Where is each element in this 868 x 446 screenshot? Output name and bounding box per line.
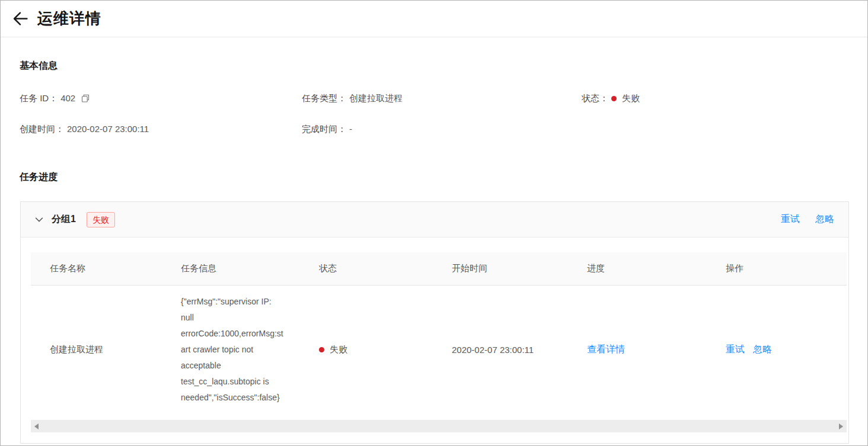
collapse-toggle[interactable]	[35, 217, 43, 223]
column-header-task-name: 任务名称	[31, 263, 162, 274]
status-indicator: 失败	[319, 344, 347, 355]
group-status-badge: 失败	[87, 212, 115, 227]
table-row: 创建拉取进程 {"errMsg":"supervisor IP: null er…	[31, 285, 847, 414]
column-header-progress: 进度	[568, 263, 707, 274]
field-value: -	[349, 123, 352, 135]
task-info-line: needed","isSuccess":false}	[181, 390, 300, 406]
field-task-id: 任务 ID： 402	[20, 92, 302, 104]
column-header-task-info: 任务信息	[162, 263, 300, 274]
main-content: 基本信息 任务 ID： 402 任务类型： 创建拉取进程 状态：	[1, 37, 867, 444]
field-finish-time: 完成时间： -	[302, 123, 582, 135]
status-dot-icon	[319, 347, 324, 352]
column-header-status: 状态	[300, 263, 433, 274]
scrollbar-right-arrow-icon[interactable]	[839, 423, 843, 429]
task-info-line: {"errMsg":"supervisor IP:	[181, 294, 300, 310]
basic-info-title: 基本信息	[20, 60, 848, 72]
group-actions: 重试 忽略	[781, 213, 834, 226]
group-retry-button[interactable]: 重试	[781, 213, 800, 226]
arrow-left-icon	[12, 11, 28, 27]
copy-icon[interactable]	[81, 94, 90, 103]
row-actions: 重试 忽略	[726, 344, 847, 356]
status-badge: 失败	[622, 92, 640, 104]
page-header: 运维详情	[1, 1, 867, 37]
task-info-message: {"errMsg":"supervisor IP: null errorCode…	[181, 294, 300, 406]
field-label: 任务类型：	[302, 92, 346, 104]
back-button[interactable]	[10, 9, 30, 29]
field-label: 任务 ID：	[20, 92, 58, 104]
task-info-line: null	[181, 310, 300, 326]
task-info-line: errorCode:1000,errorMsg:st	[181, 326, 300, 342]
chevron-down-icon	[35, 217, 43, 223]
task-info-line: test_cc_laqu.subtopic is	[181, 374, 300, 390]
column-header-start-time: 开始时间	[433, 263, 568, 274]
task-progress-title: 任务进度	[20, 171, 848, 184]
group-panel-header: 分组1 失败 重试 忽略	[21, 202, 848, 238]
row-retry-button[interactable]: 重试	[726, 344, 745, 356]
field-value: 创建拉取进程	[349, 92, 403, 104]
field-value: 402	[60, 92, 75, 104]
table-header-row: 任务名称 任务信息 状态 开始时间 进度 操作	[31, 252, 847, 285]
status-dot-icon	[611, 96, 617, 101]
task-table: 任务名称 任务信息 状态 开始时间 进度 操作 创建拉取进程 {"errMsg"…	[31, 252, 847, 414]
page-title: 运维详情	[37, 8, 101, 29]
field-create-time: 创建时间： 2020-02-07 23:00:11	[20, 123, 302, 135]
group-ignore-button[interactable]: 忽略	[815, 213, 834, 226]
column-header-operation: 操作	[707, 263, 847, 274]
cell-start-time: 2020-02-07 23:00:11	[433, 345, 568, 355]
scrollbar-left-arrow-icon[interactable]	[34, 423, 39, 429]
page: 运维详情 基本信息 任务 ID： 402 任务类型： 创建拉取进程 状态	[0, 0, 868, 446]
task-info-line: acceptable	[181, 358, 300, 374]
cell-task-info: {"errMsg":"supervisor IP: null errorCode…	[162, 294, 300, 406]
group-panel: 分组1 失败 重试 忽略 任务名称 任务信息 状态 开始时间 进度 操作	[20, 201, 849, 444]
basic-info-grid: 任务 ID： 402 任务类型： 创建拉取进程 状态： 失败	[20, 92, 848, 135]
horizontal-scrollbar[interactable]	[31, 420, 847, 432]
status-badge: 失败	[330, 344, 347, 355]
view-details-link[interactable]: 查看详情	[587, 344, 625, 354]
row-ignore-button[interactable]: 忽略	[753, 344, 772, 356]
cell-progress: 查看详情	[568, 344, 707, 356]
field-task-type: 任务类型： 创建拉取进程	[302, 92, 582, 104]
cell-operation: 重试 忽略	[707, 344, 847, 356]
field-status: 状态： 失败	[582, 92, 848, 104]
status-indicator: 失败	[611, 92, 640, 104]
task-info-line: art crawler topic not	[181, 342, 300, 358]
field-label: 创建时间：	[20, 123, 64, 135]
cell-status: 失败	[300, 344, 433, 355]
field-label: 状态：	[582, 92, 608, 104]
cell-task-name: 创建拉取进程	[31, 344, 162, 355]
field-label: 完成时间：	[302, 123, 346, 135]
group-name: 分组1	[52, 213, 76, 226]
field-value: 2020-02-07 23:00:11	[67, 123, 149, 135]
group-panel-body: 任务名称 任务信息 状态 开始时间 进度 操作 创建拉取进程 {"errMsg"…	[21, 238, 848, 443]
